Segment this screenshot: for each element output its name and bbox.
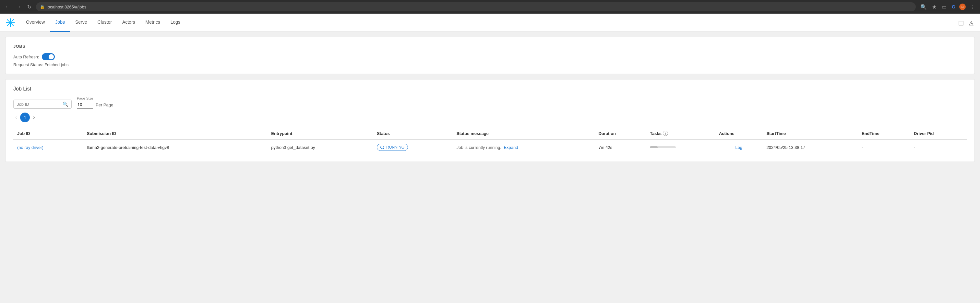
th-driver-pid: Driver Pid (910, 128, 967, 139)
nav-item-actors[interactable]: Actors (117, 14, 140, 32)
nav-item-jobs[interactable]: Jobs (50, 14, 70, 32)
job-list-card: Job List 🔍 Page Size Per Page ‹ 1 › (5, 79, 975, 162)
jobs-table: Job ID Submission ID Entrypoint Status S… (13, 128, 967, 155)
page-size-label: Page Size (77, 96, 113, 100)
auto-refresh-toggle[interactable] (42, 53, 55, 61)
auto-refresh-row: Auto Refresh: (13, 53, 967, 61)
cell-end-time: - (858, 139, 910, 155)
jobs-section-title: JOBS (13, 44, 967, 49)
page-size-wrap: Page Size Per Page (77, 96, 113, 109)
controls-row: 🔍 Page Size Per Page (13, 96, 967, 109)
menu-icon[interactable]: ⋮ (968, 3, 976, 11)
panel-right-button[interactable]: ◬ (968, 18, 975, 27)
nav-item-overview[interactable]: Overview (21, 14, 50, 32)
nav-item-cluster[interactable]: Cluster (92, 14, 117, 32)
tasks-info-icon[interactable]: i (663, 131, 668, 136)
avatar-icon[interactable]: ☺ (959, 3, 966, 10)
cell-start-time: 2024/05/25 13:38:17 (763, 139, 858, 155)
ray-logo (5, 18, 16, 28)
th-entrypoint: Entrypoint (267, 128, 373, 139)
auto-refresh-label: Auto Refresh: (13, 54, 39, 59)
nav-item-logs[interactable]: Logs (165, 14, 186, 32)
cell-status: RUNNING (373, 139, 453, 155)
profile-icon[interactable]: G (950, 3, 957, 10)
svg-line-7 (12, 19, 14, 21)
header-row: Job ID Submission ID Entrypoint Status S… (13, 128, 967, 139)
table-row: (no ray driver) llama2-generate-pretrain… (13, 139, 967, 155)
th-tasks: Tasks i (646, 128, 715, 139)
table-header: Job ID Submission ID Entrypoint Status S… (13, 128, 967, 139)
prev-page-button[interactable]: ‹ (13, 114, 19, 121)
job-id-link[interactable]: (no ray driver) (17, 145, 43, 150)
cell-tasks (646, 139, 715, 155)
job-list-title: Job List (13, 86, 967, 92)
bookmark-icon[interactable]: ★ (931, 3, 938, 11)
cell-entrypoint: python3 get_dataset.py (267, 139, 373, 155)
svg-line-8 (7, 24, 9, 26)
status-badge: RUNNING (377, 144, 408, 151)
forward-button[interactable]: → (15, 3, 23, 11)
app-nav: OverviewJobsServeClusterActorsMetricsLog… (0, 14, 980, 32)
cell-actions: Log (715, 139, 763, 155)
browser-actions: 🔍 ★ ▭ G ☺ ⋮ (919, 3, 976, 11)
cell-submission-id: llama2-generate-pretraining-test-data-vh… (83, 139, 267, 155)
page-size-input[interactable] (77, 101, 93, 109)
th-status: Status (373, 128, 453, 139)
address-bar[interactable]: 🔒 localhost:8265/#/jobs (36, 2, 916, 11)
log-link[interactable]: Log (719, 145, 759, 150)
nav-right: ◫ ◬ (957, 18, 975, 27)
nav-item-serve[interactable]: Serve (70, 14, 92, 32)
back-button[interactable]: ← (4, 3, 12, 11)
extensions-icon[interactable]: ▭ (940, 3, 948, 11)
per-page-label: Per Page (95, 102, 113, 107)
current-page-number[interactable]: 1 (20, 113, 30, 122)
pagination: ‹ 1 › (13, 113, 967, 122)
th-actions: Actions (715, 128, 763, 139)
th-end-time: EndTime (858, 128, 910, 139)
status-text: RUNNING (386, 145, 404, 150)
th-start-time: StartTime (763, 128, 858, 139)
th-job-id: Job ID (13, 128, 83, 139)
expand-link[interactable]: Expand (504, 145, 518, 150)
th-duration: Duration (594, 128, 646, 139)
browser-bar: ← → ↻ 🔒 localhost:8265/#/jobs 🔍 ★ ▭ G ☺ … (0, 0, 980, 14)
lock-icon: 🔒 (40, 5, 45, 9)
svg-line-5 (7, 19, 9, 21)
svg-line-6 (12, 24, 14, 26)
table-body: (no ray driver) llama2-generate-pretrain… (13, 139, 967, 155)
svg-point-0 (9, 21, 12, 24)
status-message-text: Job is currently running. (457, 145, 501, 150)
nav-items: OverviewJobsServeClusterActorsMetricsLog… (21, 14, 186, 32)
progress-bar (650, 146, 676, 148)
search-icon[interactable]: 🔍 (63, 102, 68, 107)
cell-status-message: Job is currently running. Expand (453, 139, 595, 155)
jobs-header-card: JOBS Auto Refresh: Request Status: Fetch… (5, 37, 975, 74)
search-input[interactable] (17, 102, 61, 107)
status-spinner (380, 145, 384, 149)
cell-driver-pid: - (910, 139, 967, 155)
panel-left-button[interactable]: ◫ (957, 18, 965, 27)
next-page-button[interactable]: › (31, 114, 37, 121)
page-size-row: Per Page (77, 101, 113, 109)
nav-item-metrics[interactable]: Metrics (140, 14, 165, 32)
request-status-text: Request Status: Fetched jobs (13, 62, 967, 67)
url-text: localhost:8265/#/jobs (47, 5, 86, 10)
progress-bar-fill (650, 146, 658, 148)
cell-job-id: (no ray driver) (13, 139, 83, 155)
th-submission-id: Submission ID (83, 128, 267, 139)
main-content: JOBS Auto Refresh: Request Status: Fetch… (0, 32, 980, 172)
nav-logo (5, 18, 16, 28)
th-status-message: Status message (453, 128, 595, 139)
search-browser-icon[interactable]: 🔍 (919, 3, 928, 11)
search-input-wrap: 🔍 (13, 100, 72, 109)
reload-button[interactable]: ↻ (26, 3, 33, 11)
cell-duration: 7m 42s (594, 139, 646, 155)
